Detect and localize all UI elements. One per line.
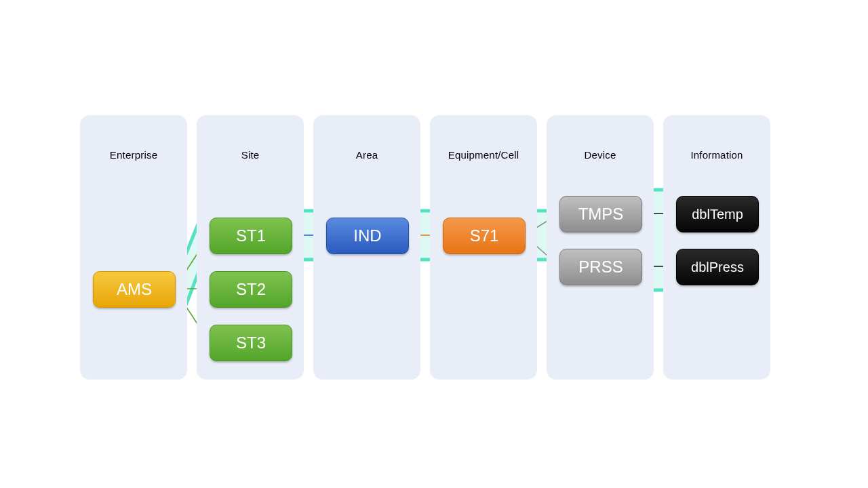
node-label-st2: ST2 <box>236 280 266 299</box>
node-dblpress[interactable]: dblPress <box>676 249 759 285</box>
node-st2[interactable]: ST2 <box>210 271 292 308</box>
column-label-device: Device <box>547 149 654 161</box>
node-prss[interactable]: PRSS <box>559 249 642 285</box>
node-dbltemp[interactable]: dblTemp <box>676 196 759 232</box>
node-st3[interactable]: ST3 <box>210 325 292 361</box>
column-label-area: Area <box>313 149 420 161</box>
node-tmps[interactable]: TMPS <box>559 196 642 232</box>
column-label-site: Site <box>197 149 304 161</box>
node-ams[interactable]: AMS <box>93 271 176 308</box>
column-info: Information <box>663 115 770 380</box>
node-label-s71: S71 <box>470 226 499 245</box>
diagram-stage: EnterpriseSiteAreaEquipment/CellDeviceIn… <box>0 0 868 488</box>
column-label-equip: Equipment/Cell <box>430 149 537 161</box>
node-label-prss: PRSS <box>578 258 623 277</box>
node-label-st1: ST1 <box>236 226 266 245</box>
node-label-ind: IND <box>353 226 381 245</box>
column-label-enterprise: Enterprise <box>80 149 187 161</box>
column-enterprise: Enterprise <box>80 115 187 380</box>
node-label-dblpress: dblPress <box>691 260 744 275</box>
column-label-info: Information <box>663 149 770 161</box>
column-device: Device <box>547 115 654 380</box>
node-label-st3: ST3 <box>236 333 266 352</box>
node-label-ams: AMS <box>117 280 152 299</box>
node-st1[interactable]: ST1 <box>210 218 292 254</box>
node-label-tmps: TMPS <box>578 205 624 224</box>
node-label-dbltemp: dblTemp <box>692 207 743 222</box>
node-s71[interactable]: S71 <box>443 218 526 254</box>
node-ind[interactable]: IND <box>326 218 409 254</box>
